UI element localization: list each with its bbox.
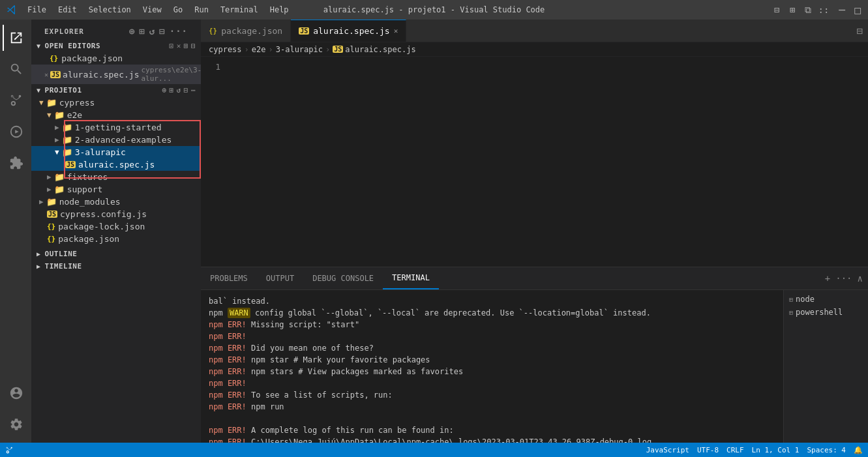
project-section-header[interactable]: ▼ PROJETO1 ⊕ ⊞ ↺ ⊟ ⋯ <box>31 84 201 96</box>
tab-aluraic-spec[interactable]: JS aluraic.spec.js ✕ <box>291 20 406 42</box>
line-ending[interactable]: CRLF <box>726 446 744 454</box>
close-dirty-icon[interactable]: ✕ <box>44 71 48 78</box>
tab-label: package.json <box>221 26 282 36</box>
terminal-add-icon[interactable]: + <box>825 273 830 284</box>
project-more-icon[interactable]: ⋯ <box>191 86 196 95</box>
folder-icon6: 📁 <box>54 172 65 182</box>
json-file-icon: {} <box>50 54 58 63</box>
layout4-icon[interactable]: :: <box>820 6 828 14</box>
layout2-icon[interactable]: ⊞ <box>788 6 796 14</box>
open-editor-aluraic-spec[interactable]: ✕ JS aluraic.spec.js cypress\e2e\3-alur.… <box>31 65 201 84</box>
editor-content[interactable]: 1 <box>201 57 868 267</box>
breadcrumb-3alurapic[interactable]: 3-alurapic <box>276 45 323 54</box>
new-file-icon[interactable]: ⊕ <box>129 26 135 37</box>
tree-cypress[interactable]: ▼ 📁 cypress <box>31 96 201 109</box>
tab-close-button[interactable]: ✕ <box>394 27 398 35</box>
menu-edit[interactable]: Edit <box>53 3 82 17</box>
refresh-icon[interactable]: ↺ <box>149 26 155 37</box>
project-chevron: ▼ <box>37 87 41 94</box>
terminal-output[interactable]: bal` instead. npm WARN config global `--… <box>201 290 783 443</box>
timeline-section-header[interactable]: ▶ TIMELINE <box>31 260 201 273</box>
activity-search[interactable] <box>3 56 29 82</box>
tree-item-label2: e2e <box>67 110 82 120</box>
tree-node-modules[interactable]: ▶ 📁 node_modules <box>31 196 201 208</box>
tree-package-json[interactable]: {} package.json <box>31 233 201 245</box>
tree-aluraic-spec[interactable]: JS aluraic.spec.js <box>31 158 201 171</box>
cursor-position[interactable]: Ln 1, Col 1 <box>752 446 800 454</box>
tree-item-label3: 1-getting-started <box>75 123 162 132</box>
project-collapse-icon[interactable]: ⊟ <box>184 86 188 95</box>
activity-account[interactable] <box>3 380 29 406</box>
tree-fixtures[interactable]: ▶ 📁 fixtures <box>31 171 201 183</box>
collapse-icon[interactable]: ⊟ <box>191 42 196 50</box>
tree-e2e[interactable]: ▼ 📁 e2e <box>31 109 201 121</box>
activity-source-control[interactable] <box>3 87 29 113</box>
open-editor-package-json[interactable]: {} package.json <box>31 52 201 65</box>
outline-section-header[interactable]: ▶ OUTLINE <box>31 248 201 260</box>
code-area[interactable] <box>227 62 868 261</box>
close-all-icon[interactable]: ✕ <box>177 42 181 50</box>
terminal-powershell-panel[interactable]: ⊞ powershell <box>784 306 868 319</box>
menu-go[interactable]: Go <box>168 3 188 17</box>
more-actions-icon[interactable]: ··· <box>170 26 188 37</box>
spaces[interactable]: Spaces: 4 <box>807 446 846 454</box>
maximize-button[interactable]: □ <box>854 6 861 14</box>
editor-layout-icon[interactable]: ⊟ <box>856 20 868 42</box>
terminal-node-panel[interactable]: ⊞ node <box>784 293 868 306</box>
open-editors-label: OPEN EDITORS <box>45 42 100 50</box>
menu-help[interactable]: Help <box>265 3 294 17</box>
activity-run-debug[interactable] <box>3 119 29 145</box>
open-editors-section-header[interactable]: ▼ OPEN EDITORS ⊡ ✕ ⊞ ⊟ <box>31 40 201 52</box>
tab-output[interactable]: OUTPUT <box>257 267 303 289</box>
menu-file[interactable]: File <box>22 3 52 17</box>
notification-icon[interactable]: 🔔 <box>854 446 863 454</box>
menu-view[interactable]: View <box>138 3 167 17</box>
terminal-line-empty <box>209 413 775 424</box>
activity-explorer[interactable] <box>3 25 29 51</box>
split-icon[interactable]: ⊞ <box>184 42 188 50</box>
menu-run[interactable]: Run <box>189 3 214 17</box>
terminal-line-err7: npm ERR! To see a list of scripts, run: <box>209 389 775 401</box>
tree-item-label5: 3-alurapic <box>75 147 126 157</box>
terminal-more-icon[interactable]: ··· <box>835 273 852 284</box>
layout3-icon[interactable]: ⧉ <box>804 6 812 14</box>
tab-package-json[interactable]: {} package.json <box>201 20 291 42</box>
tab-terminal[interactable]: TERMINAL <box>383 267 439 289</box>
tab-problems[interactable]: PROBLEMS <box>201 267 257 289</box>
activity-settings[interactable] <box>3 411 29 437</box>
terminal-line-err5: npm ERR! npm stars # View packages marke… <box>209 366 775 377</box>
collapse-all-icon[interactable]: ⊟ <box>159 26 165 37</box>
tree-package-lock[interactable]: {} package-lock.json <box>31 220 201 233</box>
terminal-container: PROBLEMS OUTPUT DEBUG CONSOLE TERMINAL +… <box>201 267 868 443</box>
window-controls: ⊟ ⊞ ⧉ :: ─ □ <box>773 6 861 14</box>
folder-icon5: 📁 <box>62 147 72 157</box>
terminal-close-panel-icon[interactable]: ∧ <box>858 273 863 284</box>
menu-terminal[interactable]: Terminal <box>215 3 263 17</box>
minimize-button[interactable]: ─ <box>838 6 846 14</box>
tree-getting-started[interactable]: ▶ 📁 1-getting-started <box>31 121 201 134</box>
project-new-folder-icon[interactable]: ⊞ <box>170 86 174 95</box>
breadcrumb-cypress[interactable]: cypress <box>209 45 242 54</box>
tree-cypress-config[interactable]: JS cypress.config.js <box>31 208 201 220</box>
language-mode[interactable]: JavaScript <box>646 446 689 454</box>
open-editors-actions: ⊡ ✕ ⊞ ⊟ <box>170 42 196 50</box>
layout-icon[interactable]: ⊟ <box>773 6 781 14</box>
source-control-status[interactable] <box>5 446 14 454</box>
tree-3-alurapic[interactable]: ▼ 📁 3-alurapic <box>31 146 201 158</box>
tree-advanced-examples[interactable]: ▶ 📁 2-advanced-examples <box>31 134 201 146</box>
project-new-file-icon[interactable]: ⊕ <box>162 86 166 95</box>
tree-item-label11: package-lock.json <box>58 222 145 231</box>
save-all-icon[interactable]: ⊡ <box>170 42 174 50</box>
terminal-panel-label2: powershell <box>796 308 843 317</box>
activity-extensions[interactable] <box>3 150 29 176</box>
tab-bar: {} package.json JS aluraic.spec.js ✕ ⊟ <box>201 20 868 42</box>
tab-debug-console[interactable]: DEBUG CONSOLE <box>303 267 383 289</box>
project-refresh-icon[interactable]: ↺ <box>177 86 181 95</box>
menu-selection[interactable]: Selection <box>83 3 136 17</box>
encoding[interactable]: UTF-8 <box>697 446 719 454</box>
new-folder-icon[interactable]: ⊞ <box>139 26 145 37</box>
breadcrumb-file[interactable]: JS aluraic.spec.js <box>333 45 415 54</box>
tree-support[interactable]: ▶ 📁 support <box>31 183 201 196</box>
tree-item-label10: cypress.config.js <box>60 209 147 219</box>
breadcrumb-e2e[interactable]: e2e <box>252 45 266 54</box>
